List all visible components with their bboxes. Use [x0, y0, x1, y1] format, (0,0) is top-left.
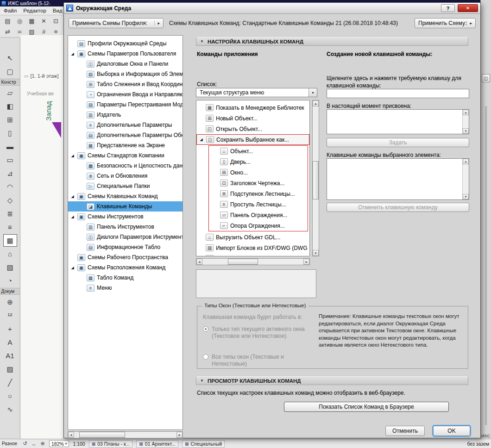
wall-tool-icon[interactable]: ▱ — [3, 87, 17, 99]
tree-item[interactable]: ▩Безопасность и Целостность данны — [68, 161, 183, 171]
panel-toggle-icon[interactable]: ◫ — [482, 74, 490, 82]
arrow-tool-icon[interactable]: ↖ — [3, 52, 17, 64]
tree-item[interactable]: ▦Представление на Экране — [68, 140, 183, 150]
command-item[interactable]: ◰Открыть Объект... — [196, 124, 309, 134]
level-dimension-tool-icon[interactable]: + — [3, 323, 17, 335]
window-tool-icon[interactable]: ⊞ — [3, 113, 17, 126]
tree-item[interactable]: ◫Диалоговые Окна и Панели — [68, 59, 183, 69]
cut-icon[interactable]: ✕ — [39, 16, 49, 25]
label-tool-icon[interactable]: A1 — [3, 349, 17, 362]
tree-item[interactable]: ▤Информационное Табло — [68, 242, 183, 252]
opening-tool-icon[interactable]: ◔ — [3, 274, 17, 287]
tree-item[interactable]: ▤Профили Окружающей Среды — [68, 38, 183, 49]
command-item[interactable]: ▱Панель Ограждения... — [209, 210, 308, 220]
settings-section-header[interactable]: ▼ НАСТРОЙКА КЛАВИШНЫХ КОМАНД — [196, 37, 468, 46]
scroll-track[interactable] — [313, 106, 319, 250]
command-item[interactable]: ▯Дверь... — [209, 156, 308, 167]
shell-tool-icon[interactable]: ◠ — [3, 180, 17, 193]
remove-shortcut-button[interactable]: Отменить клавишную команду — [327, 203, 469, 212]
tree-item[interactable]: ▨Параметры Перестраивания Модел — [68, 100, 183, 110]
tree-item[interactable]: ▤Дополнительные Параметры Обно — [68, 130, 183, 140]
spline-tool-icon[interactable]: ∿ — [3, 403, 17, 416]
marquee-tool-icon[interactable]: ▢ — [3, 65, 17, 78]
fill-tool-icon[interactable]: ▨ — [3, 363, 17, 375]
mesh-tool-icon[interactable]: ▨ — [3, 261, 17, 274]
preview-section-header[interactable]: ▼ ПРОСМОТР КЛАВИШНЫХ КОМАНД — [196, 376, 468, 385]
floor-tab[interactable]: ▭ [1. 1-й этаж] — [24, 73, 59, 79]
tree-item[interactable]: ◔Ограничения Ввода и Направляющ — [68, 89, 183, 100]
publish-icon[interactable]: ▤ — [3, 16, 13, 25]
zoom-icon[interactable]: ⊕ — [39, 440, 46, 447]
scroll-thumb[interactable] — [228, 259, 258, 265]
scroll-down-button[interactable]: ▾ — [313, 250, 319, 256]
shortcut-input[interactable] — [327, 89, 469, 98]
radio-unselected-icon[interactable] — [203, 354, 208, 360]
copy-icon[interactable]: ⊡ — [51, 16, 61, 25]
scroll-up-button[interactable]: ▴ — [463, 159, 469, 164]
tree-item[interactable]: ▣Схемы Рабочего Пространства — [68, 252, 183, 262]
scroll-down-button[interactable]: ▾ — [463, 194, 469, 199]
command-item[interactable]: ≣Подступенок Лестницы... — [209, 188, 308, 199]
element-keys-listbox-scrollbar[interactable]: ▴ ▾ — [462, 159, 469, 199]
command-list-vertical-scrollbar[interactable]: ▴ ▾ — [312, 100, 319, 256]
tree-item[interactable]: ◪Клавишные Команды — [68, 201, 183, 212]
radio-all-window-types[interactable]: Все типы окон (Текстовые и Нетекстовые) — [203, 354, 312, 367]
tree-item[interactable]: ▷Специальные Папки — [68, 181, 183, 191]
tree-item[interactable]: ≡Меню — [68, 283, 183, 293]
menu-item-Вид[interactable]: Вид — [53, 8, 63, 13]
element-keys-listbox[interactable]: ▴ ▾ — [327, 158, 469, 200]
command-item[interactable]: ▸◫Информация — [196, 253, 309, 256]
dialog-titlebar[interactable]: Окружающая Среда ? ✕ — [64, 3, 480, 14]
scroll-left-button[interactable]: ◂ — [196, 259, 202, 265]
tree-item[interactable]: ▦Табло Команд — [68, 273, 183, 283]
scroll-left-button[interactable]: ◂ — [68, 432, 74, 438]
tree-item[interactable]: ≡Дополнительные Параметры — [68, 120, 183, 130]
command-item[interactable]: ≡Проступь Лестницы... — [209, 199, 308, 210]
scroll-track[interactable] — [202, 259, 303, 265]
menu-item-Файл[interactable]: Файл — [4, 8, 17, 13]
roof-tool-icon[interactable]: ⊿ — [3, 167, 17, 180]
palette-section-misc[interactable]: Разное — [2, 441, 19, 446]
scroll-up-button[interactable]: ▴ — [313, 100, 319, 106]
info-icon[interactable]: ◎ — [15, 16, 25, 25]
command-item[interactable]: ⊞Окно... — [209, 167, 308, 178]
line-tool-icon[interactable]: ╱ — [3, 376, 17, 389]
text-tool-icon[interactable]: A — [3, 336, 17, 348]
zone-tool-icon[interactable]: ⌂ — [3, 248, 17, 260]
tree-item[interactable]: ▥Издатель — [68, 110, 183, 120]
save-icon[interactable]: ▦ — [27, 16, 37, 25]
ok-button[interactable]: OK — [433, 426, 470, 436]
cancel-button[interactable]: Отменить — [385, 426, 425, 436]
menu-item-Редактор[interactable]: Редактор — [23, 8, 46, 13]
show-command-list-button[interactable]: Показать Список Команд в Браузере — [284, 402, 449, 412]
circle-tool-icon[interactable]: ○ — [3, 390, 17, 402]
assigned-listbox[interactable]: ▴ ▾ — [327, 109, 469, 134]
set-shortcut-button[interactable]: Задать — [327, 138, 469, 147]
tree-item[interactable]: ◢▣Схемы Стандартов Компании — [68, 150, 183, 161]
tree-item[interactable]: ◢▣Схемы Расположения Команд — [68, 262, 183, 273]
dimension-tool-icon[interactable]: ¹² — [3, 309, 17, 322]
tree-item[interactable]: ▧Выборка и Информация об Элемен — [68, 69, 183, 79]
scroll-up-button[interactable]: ▴ — [463, 110, 469, 115]
view-tab[interactable]: ▦Специальный — [182, 440, 225, 448]
tree-horizontal-scrollbar[interactable]: ◂ ▸ — [68, 431, 183, 438]
command-item[interactable]: ◢◫Сохранить Выбранное как... — [196, 134, 309, 145]
tree-item[interactable]: ▥Панель Инструментов — [68, 222, 183, 232]
beam-tool-icon[interactable]: ▬ — [3, 140, 17, 153]
scroll-thumb[interactable] — [79, 432, 125, 438]
command-list-horizontal-scrollbar[interactable]: ◂ ▸ — [196, 258, 310, 265]
command-item[interactable]: ⊞Новый Объект... — [196, 113, 309, 124]
railing-tool-icon[interactable]: ≡ — [3, 221, 17, 233]
help-button[interactable]: ? — [441, 4, 455, 12]
tree-item[interactable]: ⊕Сеть и Обновления — [68, 171, 183, 181]
command-source-combobox[interactable]: Текущая структура меню ▾ — [196, 88, 317, 97]
scroll-right-button[interactable]: ▸ — [303, 259, 309, 265]
rotate-view-icon[interactable]: ↺ — [21, 440, 29, 447]
view-tab[interactable]: ▦03 Планы - к... — [89, 440, 133, 448]
command-item[interactable]: ⌂Объект... — [209, 146, 308, 156]
command-item[interactable]: ⊡Заголовок Чертежа... — [209, 178, 308, 188]
scroll-right-button[interactable]: ▸ — [176, 432, 183, 438]
close-button[interactable]: ✕ — [458, 4, 478, 12]
scroll-down-button[interactable]: ▾ — [463, 128, 469, 134]
scroll-track[interactable] — [74, 432, 176, 438]
